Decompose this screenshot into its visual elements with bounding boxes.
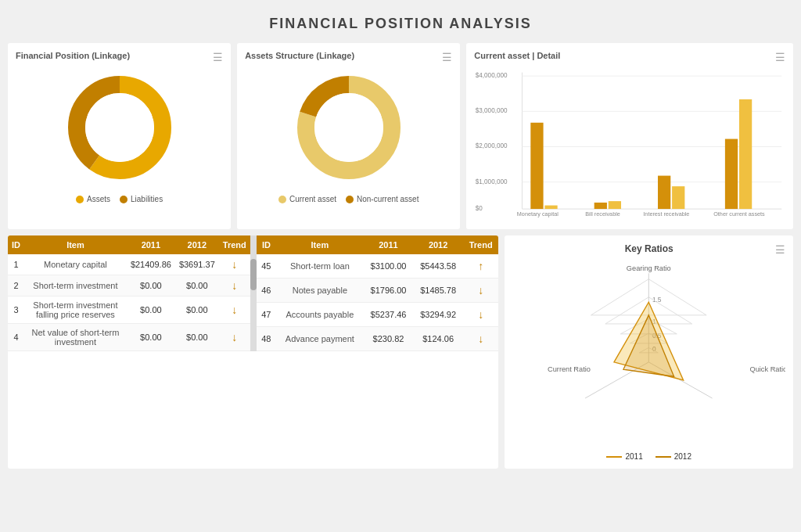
col-item-left: Item — [24, 235, 127, 254]
right-table: ID Item 2011 2012 Trend 45 Short-term lo… — [257, 235, 499, 351]
svg-text:$4,000,000: $4,000,000 — [476, 72, 508, 79]
assets-structure-donut — [286, 65, 411, 190]
svg-text:Interest receivable: Interest receivable — [644, 210, 690, 217]
assets-structure-menu[interactable]: ☰ — [442, 51, 452, 63]
col-2011-right: 2011 — [364, 235, 414, 254]
table-row: 3 Short-term investment falling price re… — [8, 297, 250, 324]
svg-text:Quick Ratio: Quick Ratio — [750, 365, 785, 373]
svg-text:$3,000,000: $3,000,000 — [476, 107, 508, 114]
current-asset-bar-chart: $4,000,000 $3,000,000 $2,000,000 $1,000,… — [474, 65, 785, 221]
svg-rect-22 — [672, 186, 684, 209]
data-table-card: ID Item 2011 2012 Trend 1 Monetary capit… — [8, 235, 498, 469]
svg-text:Current Ratio: Current Ratio — [548, 365, 591, 373]
table-scrollbar[interactable] — [250, 235, 257, 351]
radar-legend-2012: 2012 — [674, 452, 691, 461]
financial-position-legend: Assets Liabilities — [76, 195, 163, 203]
svg-rect-24 — [739, 99, 752, 209]
legend-current-asset: Current asset — [289, 195, 336, 203]
svg-point-2 — [85, 93, 154, 162]
left-table: ID Item 2011 2012 Trend 1 Monetary capit… — [8, 235, 250, 351]
radar-chart-svg: Gearing Ratio Quick Ratio Current Ratio … — [512, 257, 785, 445]
svg-text:Bill receivable: Bill receivable — [586, 210, 621, 217]
svg-rect-20 — [609, 201, 621, 209]
key-ratios-menu[interactable]: ☰ — [775, 243, 785, 256]
svg-text:$2,000,000: $2,000,000 — [476, 142, 508, 149]
svg-text:$1,000,000: $1,000,000 — [476, 178, 508, 185]
col-trend-left: Trend — [219, 235, 250, 254]
svg-rect-17 — [531, 123, 544, 209]
col-id-left: ID — [8, 235, 24, 254]
assets-structure-title: Assets Structure (Linkage) — [245, 51, 452, 60]
col-2012-right: 2012 — [413, 235, 463, 254]
financial-position-donut — [57, 65, 182, 190]
key-ratios-card: ☰ Key Ratios Gearing Ratio Quick Ratio C… — [505, 235, 793, 469]
legend-assets: Assets — [87, 195, 110, 203]
col-2012-left: 2012 — [175, 235, 219, 254]
svg-rect-23 — [725, 139, 738, 209]
table-row: 45 Short-term loan $3100.00 $5443.58 ↑ — [257, 254, 499, 278]
radar-legend: 2011 2012 — [512, 452, 785, 461]
financial-position-menu[interactable]: ☰ — [213, 51, 223, 63]
table-row: 48 Advance payment $230.82 $124.06 ↓ — [257, 326, 499, 350]
col-trend-right: Trend — [463, 235, 498, 254]
table-row: 2 Short-term investment $0.00 $0.00 ↓ — [8, 275, 250, 297]
col-id-right: ID — [257, 235, 276, 254]
col-item-right: Item — [276, 235, 364, 254]
assets-structure-card: Assets Structure (Linkage) ☰ Current ass… — [237, 43, 460, 229]
svg-text:Other current assets: Other current assets — [714, 210, 766, 217]
table-row: 46 Notes payable $1796.00 $1485.78 ↓ — [257, 278, 499, 302]
current-asset-card: Current asset | Detail ☰ $4,000,000 $3,0… — [466, 43, 793, 229]
financial-position-card: Financial Position (Linkage) ☰ Assets — [8, 43, 231, 229]
svg-rect-21 — [658, 176, 670, 209]
svg-text:Monetary capital: Monetary capital — [517, 210, 559, 217]
assets-structure-legend: Current asset Non-current asset — [278, 195, 419, 203]
svg-rect-18 — [545, 206, 558, 210]
table-row: 4 Net value of short-term investment $0.… — [8, 324, 250, 351]
current-asset-menu[interactable]: ☰ — [775, 51, 785, 63]
legend-noncurrent-asset: Non-current asset — [357, 195, 418, 203]
svg-text:Gearing Ratio: Gearing Ratio — [627, 264, 671, 272]
table-row: 1 Monetary capital $21409.86 $3691.37 ↓ — [8, 254, 250, 275]
current-asset-title: Current asset | Detail — [474, 51, 785, 60]
key-ratios-title: Key Ratios — [512, 243, 785, 254]
table-row: 47 Accounts payable $5237.46 $3294.92 ↓ — [257, 302, 499, 326]
svg-text:$0: $0 — [476, 205, 483, 212]
svg-point-5 — [314, 93, 383, 162]
page-title: FINANCIAL POSITION ANALYSIS — [8, 8, 793, 43]
col-2011-left: 2011 — [127, 235, 175, 254]
financial-position-title: Financial Position (Linkage) — [16, 51, 223, 60]
svg-rect-19 — [594, 203, 607, 209]
legend-liabilities: Liabilities — [131, 195, 163, 203]
radar-legend-2011: 2011 — [625, 452, 642, 461]
